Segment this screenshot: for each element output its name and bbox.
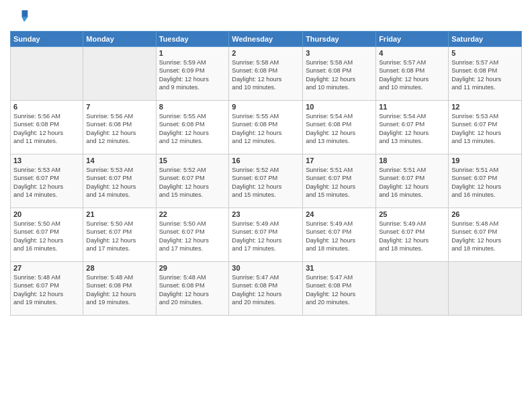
day-info: Sunrise: 5:49 AM Sunset: 6:07 PM Dayligh… [306,220,373,253]
calendar-cell: 31Sunrise: 5:47 AM Sunset: 6:08 PM Dayli… [303,262,376,316]
weekday-header-row: SundayMondayTuesdayWednesdayThursdayFrid… [11,32,522,47]
day-info: Sunrise: 5:56 AM Sunset: 6:08 PM Dayligh… [13,112,80,146]
day-info: Sunrise: 5:49 AM Sunset: 6:07 PM Dayligh… [232,220,300,253]
day-number: 21 [86,210,152,218]
calendar-week-5: 27Sunrise: 5:48 AM Sunset: 6:07 PM Dayli… [11,262,522,316]
day-number: 12 [451,103,519,111]
weekday-header-wednesday: Wednesday [229,32,303,47]
day-number: 9 [232,103,300,111]
weekday-header-monday: Monday [83,32,156,47]
calendar-cell: 5Sunrise: 5:57 AM Sunset: 6:08 PM Daylig… [449,47,522,101]
day-info: Sunrise: 5:50 AM Sunset: 6:07 PM Dayligh… [13,220,80,253]
calendar-week-3: 13Sunrise: 5:53 AM Sunset: 6:07 PM Dayli… [11,154,522,208]
calendar-cell: 17Sunrise: 5:51 AM Sunset: 6:07 PM Dayli… [303,154,376,208]
day-info: Sunrise: 5:47 AM Sunset: 6:08 PM Dayligh… [232,273,300,307]
calendar-cell: 22Sunrise: 5:50 AM Sunset: 6:07 PM Dayli… [156,208,229,262]
calendar-cell: 26Sunrise: 5:48 AM Sunset: 6:07 PM Dayli… [449,208,522,262]
day-number: 22 [159,210,226,218]
calendar-cell: 19Sunrise: 5:51 AM Sunset: 6:07 PM Dayli… [449,154,522,208]
day-number: 23 [232,210,300,218]
day-number: 30 [232,264,300,272]
calendar-cell: 28Sunrise: 5:48 AM Sunset: 6:08 PM Dayli… [83,262,156,316]
day-info: Sunrise: 5:55 AM Sunset: 6:08 PM Dayligh… [232,112,300,146]
calendar-body: 1Sunrise: 5:59 AM Sunset: 6:09 PM Daylig… [11,47,522,316]
calendar-cell: 12Sunrise: 5:53 AM Sunset: 6:07 PM Dayli… [449,101,522,154]
day-number: 5 [451,49,519,57]
calendar-week-4: 20Sunrise: 5:50 AM Sunset: 6:07 PM Dayli… [11,208,522,262]
day-info: Sunrise: 5:47 AM Sunset: 6:08 PM Dayligh… [306,273,373,307]
day-info: Sunrise: 5:48 AM Sunset: 6:07 PM Dayligh… [451,220,519,253]
day-number: 14 [86,156,152,165]
day-info: Sunrise: 5:48 AM Sunset: 6:08 PM Dayligh… [159,273,226,307]
calendar-header: SundayMondayTuesdayWednesdayThursdayFrid… [11,32,522,47]
day-number: 10 [306,103,373,111]
calendar-cell: 20Sunrise: 5:50 AM Sunset: 6:07 PM Dayli… [11,208,83,262]
calendar-cell: 23Sunrise: 5:49 AM Sunset: 6:07 PM Dayli… [229,208,303,262]
day-info: Sunrise: 5:52 AM Sunset: 6:07 PM Dayligh… [159,166,226,199]
day-number: 27 [13,264,80,272]
day-info: Sunrise: 5:55 AM Sunset: 6:08 PM Dayligh… [159,112,226,146]
calendar-cell: 18Sunrise: 5:51 AM Sunset: 6:07 PM Dayli… [376,154,449,208]
day-number: 25 [379,210,445,218]
day-number: 20 [13,210,80,218]
day-number: 6 [13,103,80,111]
calendar-cell: 27Sunrise: 5:48 AM Sunset: 6:07 PM Dayli… [11,262,83,316]
day-info: Sunrise: 5:49 AM Sunset: 6:07 PM Dayligh… [379,220,445,253]
calendar-cell: 8Sunrise: 5:55 AM Sunset: 6:08 PM Daylig… [156,101,229,154]
day-number: 2 [232,49,300,57]
calendar-cell: 16Sunrise: 5:52 AM Sunset: 6:07 PM Dayli… [229,154,303,208]
weekday-header-tuesday: Tuesday [156,32,229,47]
day-number: 28 [86,264,152,272]
day-info: Sunrise: 5:51 AM Sunset: 6:07 PM Dayligh… [306,166,373,199]
day-info: Sunrise: 5:50 AM Sunset: 6:07 PM Dayligh… [86,220,152,253]
day-number: 13 [13,156,80,165]
calendar-cell: 15Sunrise: 5:52 AM Sunset: 6:07 PM Dayli… [156,154,229,208]
calendar-cell: 29Sunrise: 5:48 AM Sunset: 6:08 PM Dayli… [156,262,229,316]
calendar-cell: 4Sunrise: 5:57 AM Sunset: 6:08 PM Daylig… [376,47,449,101]
header-row [10,7,522,26]
calendar-cell: 10Sunrise: 5:54 AM Sunset: 6:08 PM Dayli… [303,101,376,154]
day-info: Sunrise: 5:58 AM Sunset: 6:08 PM Dayligh… [232,58,300,92]
logo-icon [10,7,29,26]
weekday-header-saturday: Saturday [449,32,522,47]
day-number: 18 [379,156,445,165]
calendar-cell: 3Sunrise: 5:58 AM Sunset: 6:08 PM Daylig… [303,47,376,101]
day-number: 19 [451,156,519,165]
day-number: 15 [159,156,226,165]
weekday-header-thursday: Thursday [303,32,376,47]
day-info: Sunrise: 5:51 AM Sunset: 6:07 PM Dayligh… [451,166,519,199]
calendar-table: SundayMondayTuesdayWednesdayThursdayFrid… [10,31,522,316]
day-number: 24 [306,210,373,218]
calendar-cell [449,262,522,316]
calendar-cell: 2Sunrise: 5:58 AM Sunset: 6:08 PM Daylig… [229,47,303,101]
day-info: Sunrise: 5:48 AM Sunset: 6:07 PM Dayligh… [13,273,80,307]
calendar-cell: 25Sunrise: 5:49 AM Sunset: 6:07 PM Dayli… [376,208,449,262]
calendar-week-2: 6Sunrise: 5:56 AM Sunset: 6:08 PM Daylig… [11,101,522,154]
day-number: 8 [159,103,226,111]
calendar-cell: 24Sunrise: 5:49 AM Sunset: 6:07 PM Dayli… [303,208,376,262]
calendar-cell: 11Sunrise: 5:54 AM Sunset: 6:07 PM Dayli… [376,101,449,154]
svg-marker-2 [22,17,28,22]
calendar-cell [11,47,83,101]
day-info: Sunrise: 5:59 AM Sunset: 6:09 PM Dayligh… [159,58,226,92]
calendar-week-1: 1Sunrise: 5:59 AM Sunset: 6:09 PM Daylig… [11,47,522,101]
day-number: 29 [159,264,226,272]
day-info: Sunrise: 5:56 AM Sunset: 6:08 PM Dayligh… [86,112,152,146]
calendar-cell: 30Sunrise: 5:47 AM Sunset: 6:08 PM Dayli… [229,262,303,316]
calendar-cell: 9Sunrise: 5:55 AM Sunset: 6:08 PM Daylig… [229,101,303,154]
day-number: 26 [451,210,519,218]
day-number: 11 [379,103,445,111]
day-info: Sunrise: 5:53 AM Sunset: 6:07 PM Dayligh… [451,112,519,146]
day-info: Sunrise: 5:48 AM Sunset: 6:08 PM Dayligh… [86,273,152,307]
day-number: 17 [306,156,373,165]
day-info: Sunrise: 5:52 AM Sunset: 6:07 PM Dayligh… [232,166,300,199]
day-info: Sunrise: 5:58 AM Sunset: 6:08 PM Dayligh… [306,58,373,92]
day-number: 7 [86,103,152,111]
day-info: Sunrise: 5:54 AM Sunset: 6:07 PM Dayligh… [379,112,445,146]
day-info: Sunrise: 5:57 AM Sunset: 6:08 PM Dayligh… [451,58,519,92]
calendar-cell: 14Sunrise: 5:53 AM Sunset: 6:07 PM Dayli… [83,154,156,208]
page: SundayMondayTuesdayWednesdayThursdayFrid… [0,0,532,322]
calendar-cell: 1Sunrise: 5:59 AM Sunset: 6:09 PM Daylig… [156,47,229,101]
calendar-cell [376,262,449,316]
day-info: Sunrise: 5:54 AM Sunset: 6:08 PM Dayligh… [306,112,373,146]
